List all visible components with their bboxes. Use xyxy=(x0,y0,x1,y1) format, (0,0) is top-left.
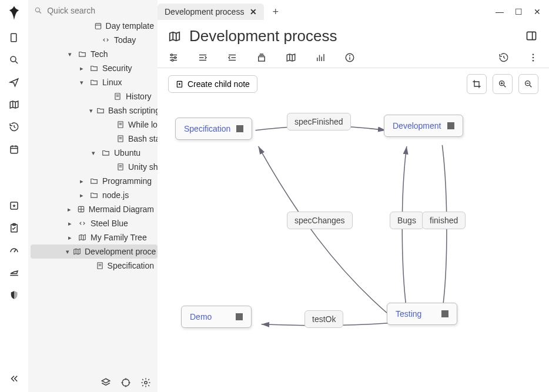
tab-active[interactable]: Development process ✕ xyxy=(158,4,264,20)
indent-right-icon[interactable] xyxy=(227,52,237,63)
shield-icon[interactable] xyxy=(8,289,20,301)
map-icon[interactable] xyxy=(286,52,296,63)
target-icon[interactable] xyxy=(120,377,132,388)
code-icon xyxy=(78,219,87,228)
tree-item[interactable]: ▸Programming xyxy=(31,174,158,188)
chevron-icon[interactable]: ▸ xyxy=(66,206,73,213)
cal-icon xyxy=(94,21,102,31)
tree-item[interactable]: ▸Mermaid Diagram xyxy=(31,202,158,216)
tree-item[interactable]: ▾Linux xyxy=(31,75,158,89)
tree-item-label: My Family Tree xyxy=(91,233,147,242)
tree-item[interactable]: While loop xyxy=(31,118,158,132)
gauge-icon[interactable] xyxy=(8,244,20,256)
tree-item[interactable]: ▾Bash scripting xyxy=(31,103,158,118)
bookmark-icon[interactable] xyxy=(8,200,20,212)
tree-item-label: Security xyxy=(102,63,132,73)
note-tree: Day templateToday▾Tech▸Security▾LinuxHis… xyxy=(28,19,158,392)
chevron-icon[interactable]: ▸ xyxy=(66,220,74,227)
tree-item[interactable]: ▸node.js xyxy=(31,188,158,202)
node-handle[interactable] xyxy=(236,125,243,132)
tree-item[interactable]: Bash startu xyxy=(31,132,158,146)
sliders-icon[interactable] xyxy=(168,52,179,63)
create-child-note-button[interactable]: Create child note xyxy=(168,75,257,93)
search-icon xyxy=(34,6,42,15)
send-icon[interactable] xyxy=(8,76,20,88)
tree-item[interactable]: Unity short xyxy=(31,160,158,174)
edge-specfinished[interactable]: specFinished xyxy=(287,113,351,130)
crop-button[interactable] xyxy=(467,74,487,94)
info-icon[interactable] xyxy=(344,52,355,63)
edge-finished[interactable]: finished xyxy=(422,212,466,229)
svg-line-14 xyxy=(14,250,16,253)
tree-item[interactable]: ▸Steel Blue xyxy=(31,216,158,230)
map-icon xyxy=(73,247,81,256)
chart-icon[interactable] xyxy=(315,52,326,63)
maximize-button[interactable]: ☐ xyxy=(511,7,525,16)
tree-item[interactable]: ▾Ubuntu xyxy=(31,146,158,160)
relation-map-canvas[interactable]: Specification Development Demo Testing s… xyxy=(158,100,549,392)
svg-marker-41 xyxy=(102,378,110,383)
tree-item[interactable]: History xyxy=(31,89,158,103)
node-testing[interactable]: Testing xyxy=(387,303,457,325)
clipboard-icon[interactable] xyxy=(8,222,20,234)
node-development[interactable]: Development xyxy=(384,115,463,137)
map-icon[interactable] xyxy=(8,99,20,110)
departure-icon[interactable] xyxy=(8,267,20,279)
tree-item[interactable]: ▸My Family Tree xyxy=(31,230,158,244)
node-demo[interactable]: Demo xyxy=(181,306,252,328)
indent-left-icon[interactable] xyxy=(197,52,208,63)
gear-icon[interactable] xyxy=(140,377,152,388)
tree-item-label: History xyxy=(126,92,152,101)
icon-rail xyxy=(0,0,28,392)
edge-testok[interactable]: testOk xyxy=(304,310,343,328)
add-tab-button[interactable]: + xyxy=(269,6,282,18)
stack-icon[interactable] xyxy=(256,52,267,63)
svg-line-2 xyxy=(15,61,18,63)
tree-item-label: Linux xyxy=(102,78,122,87)
chevron-icon[interactable]: ▸ xyxy=(78,192,86,199)
new-note-icon[interactable] xyxy=(8,32,20,43)
map-icon xyxy=(168,30,181,43)
app-logo xyxy=(6,5,22,21)
main-panel: Development process ✕ + — ☐ ✕ Developmen… xyxy=(158,0,549,392)
chevron-icon[interactable]: ▾ xyxy=(66,51,74,58)
chevron-icon[interactable]: ▾ xyxy=(89,107,93,115)
chevron-icon[interactable]: ▾ xyxy=(66,248,69,256)
edge-specchanges[interactable]: specChanges xyxy=(287,212,353,229)
chevron-icon[interactable]: ▸ xyxy=(78,65,86,72)
collapse-icon[interactable] xyxy=(8,373,20,385)
zoom-out-button[interactable] xyxy=(518,74,538,94)
history-icon[interactable] xyxy=(498,52,509,63)
search-icon[interactable] xyxy=(8,54,20,66)
more-icon[interactable] xyxy=(528,52,538,63)
node-handle[interactable] xyxy=(447,122,454,129)
diagram-icon xyxy=(76,205,85,214)
chevron-icon[interactable]: ▾ xyxy=(89,149,98,157)
chevron-icon[interactable]: ▾ xyxy=(78,79,86,86)
tree-item-label: Today xyxy=(114,35,136,45)
calendar-icon[interactable] xyxy=(8,143,20,155)
tree-item[interactable]: ▾Tech xyxy=(31,47,158,61)
tree-item[interactable]: Specification xyxy=(31,259,158,273)
node-handle[interactable] xyxy=(236,313,243,320)
minimize-button[interactable]: — xyxy=(493,7,507,16)
tree-item[interactable]: ▸Security xyxy=(31,61,158,75)
close-icon[interactable]: ✕ xyxy=(250,7,257,16)
layers-icon[interactable] xyxy=(100,377,112,388)
chevron-icon[interactable]: ▸ xyxy=(78,177,86,185)
search-input[interactable] xyxy=(47,6,152,15)
close-window-button[interactable]: ✕ xyxy=(530,7,544,16)
tree-item[interactable]: Today xyxy=(31,33,158,47)
history-icon[interactable] xyxy=(8,121,20,133)
node-label: Testing xyxy=(396,309,421,319)
chevron-icon[interactable]: ▸ xyxy=(66,234,74,242)
zoom-in-button[interactable] xyxy=(493,74,513,94)
node-specification[interactable]: Specification xyxy=(175,118,252,140)
svg-point-42 xyxy=(122,379,129,386)
split-view-icon[interactable] xyxy=(525,30,538,43)
edge-bugs[interactable]: Bugs xyxy=(390,212,424,229)
tree-item[interactable]: Day template xyxy=(31,19,158,33)
node-handle[interactable] xyxy=(441,310,448,317)
tree-item[interactable]: ▾Development proce xyxy=(31,244,158,259)
svg-point-80 xyxy=(533,60,534,62)
